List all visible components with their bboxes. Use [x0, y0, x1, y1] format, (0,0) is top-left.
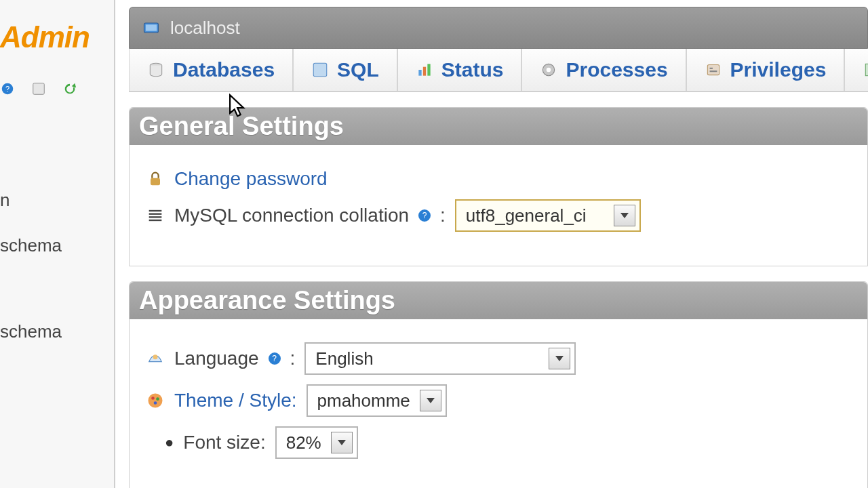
language-label: Language — [174, 348, 259, 369]
colon-separator: : — [290, 348, 296, 369]
svg-marker-30 — [338, 440, 346, 445]
server-icon — [142, 18, 161, 37]
svg-rect-10 — [427, 64, 430, 75]
sql-window-icon[interactable] — [31, 81, 46, 96]
tab-export[interactable]: Export — [844, 49, 868, 92]
sql-icon — [311, 61, 329, 79]
svg-marker-22 — [620, 213, 629, 218]
collation-icon — [146, 206, 165, 225]
status-icon — [416, 61, 433, 79]
tab-privileges[interactable]: Privileges — [686, 49, 845, 92]
tab-label: SQL — [337, 58, 379, 81]
sidebar-item[interactable]: schema — [0, 309, 114, 354]
general-settings-section: General Settings Change password MySQL c… — [129, 107, 868, 266]
collation-label: MySQL connection collation — [174, 205, 409, 226]
svg-rect-9 — [423, 67, 426, 76]
svg-marker-24 — [555, 356, 564, 361]
main-panel: localhost Databases SQL Status Processes — [129, 7, 868, 488]
svg-rect-20 — [149, 216, 162, 218]
app-logo: Admin — [0, 20, 114, 54]
home-icon[interactable]: ? — [0, 81, 15, 96]
theme-label[interactable]: Theme / Style: — [174, 390, 297, 411]
svg-point-27 — [156, 397, 159, 401]
svg-point-26 — [151, 396, 155, 400]
help-icon[interactable]: ? — [269, 352, 281, 365]
sidebar-item[interactable]: schema — [0, 223, 114, 268]
section-title: General Settings — [130, 108, 867, 145]
tab-bar: Databases SQL Status Processes Privilege… — [129, 49, 868, 92]
language-icon — [146, 349, 165, 368]
lock-icon — [146, 169, 165, 188]
svg-point-12 — [547, 68, 551, 73]
svg-point-23 — [153, 354, 158, 359]
sidebar: Admin ? n schema schema — [0, 0, 115, 488]
svg-point-28 — [154, 401, 157, 405]
svg-rect-18 — [149, 210, 162, 211]
chevron-down-icon[interactable] — [331, 432, 353, 453]
fontsize-label: Font size: — [183, 432, 265, 453]
tab-processes[interactable]: Processes — [521, 49, 686, 92]
svg-text:?: ? — [5, 85, 9, 93]
section-title: Appearance Settings — [130, 282, 867, 319]
sidebar-db-list: n schema schema — [0, 178, 114, 354]
tab-sql[interactable]: SQL — [293, 49, 397, 92]
svg-marker-29 — [427, 398, 435, 403]
svg-rect-21 — [149, 220, 162, 221]
bullet-icon: ● — [165, 434, 174, 451]
svg-rect-13 — [707, 64, 719, 75]
gear-icon — [540, 61, 557, 79]
tab-label: Status — [441, 58, 504, 81]
language-value: English — [315, 348, 549, 369]
sidebar-icon-row: ? — [0, 81, 114, 96]
svg-rect-15 — [709, 70, 717, 72]
tab-label: Processes — [566, 58, 667, 81]
privileges-icon — [705, 61, 722, 79]
svg-marker-3 — [72, 83, 76, 87]
chevron-down-icon[interactable] — [420, 390, 441, 411]
collation-select[interactable]: utf8_general_ci — [455, 199, 641, 232]
collation-value: utf8_general_ci — [466, 205, 614, 226]
appearance-settings-section: Appearance Settings Language ? : English — [129, 281, 868, 488]
sidebar-item[interactable]: n — [0, 178, 114, 223]
chevron-down-icon[interactable] — [614, 205, 635, 226]
svg-rect-19 — [149, 214, 162, 215]
change-password-link[interactable]: Change password — [174, 168, 328, 190]
svg-rect-2 — [33, 83, 45, 95]
refresh-icon[interactable] — [62, 81, 77, 96]
fontsize-value: 82% — [286, 432, 331, 453]
svg-rect-8 — [418, 70, 421, 76]
fontsize-select[interactable]: 82% — [275, 426, 358, 459]
breadcrumb: localhost — [129, 7, 868, 49]
tab-databases[interactable]: Databases — [129, 49, 293, 92]
breadcrumb-host[interactable]: localhost — [170, 18, 240, 39]
svg-point-25 — [149, 394, 163, 408]
database-icon — [147, 61, 165, 79]
tab-label: Databases — [173, 58, 275, 81]
chevron-down-icon[interactable] — [549, 348, 570, 369]
theme-value: pmahomme — [317, 390, 420, 411]
tab-label: Privileges — [730, 58, 827, 81]
export-icon — [863, 61, 868, 79]
svg-rect-7 — [313, 63, 327, 77]
theme-icon — [146, 391, 165, 410]
svg-rect-14 — [709, 68, 712, 69]
svg-rect-5 — [146, 24, 157, 30]
theme-select[interactable]: pmahomme — [307, 384, 447, 417]
svg-rect-17 — [151, 178, 160, 186]
language-select[interactable]: English — [304, 342, 576, 375]
tab-status[interactable]: Status — [397, 49, 522, 92]
colon-separator: : — [440, 205, 446, 226]
help-icon[interactable]: ? — [418, 209, 431, 222]
